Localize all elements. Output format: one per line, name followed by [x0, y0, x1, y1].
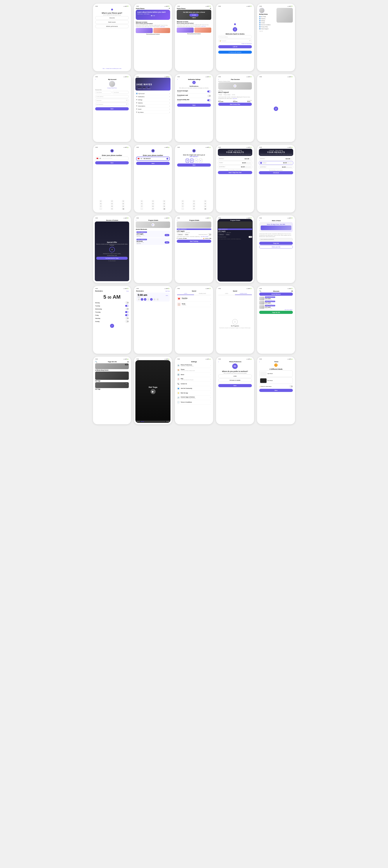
day-toggle[interactable] [125, 311, 129, 313]
video-item[interactable]: AERIAL WORKOUTS Lift it again Beginner ·… [259, 297, 293, 300]
save-button[interactable]: Save [259, 389, 293, 392]
save-button[interactable]: Save [218, 384, 252, 387]
plan-option[interactable]: YEARLY $4.00 billed yearly [218, 161, 252, 164]
settings-item[interactable]: 🔗 Connect Apps & Devices Connect your fi… [177, 396, 211, 400]
key-6[interactable]: 6 [122, 203, 124, 205]
share-button[interactable]: Share [225, 234, 230, 236]
checkout-button[interactable]: Checkout [259, 171, 293, 174]
key-3[interactable]: 3 [204, 200, 207, 202]
key-1[interactable]: 1 [181, 200, 184, 202]
key-1[interactable]: 1 [99, 200, 102, 202]
key-4[interactable]: 4 [99, 203, 102, 205]
option-shred[interactable]: Shred fat [95, 16, 129, 20]
plan-option[interactable]: ✓ YEARLY $4.00 billed yearly [259, 161, 293, 165]
play-button[interactable]: Play [165, 241, 170, 244]
key-3[interactable]: 3 [163, 200, 166, 202]
settings-item[interactable]: ⚙️ Fitness Preferences Choose your categ… [177, 363, 211, 368]
save-button[interactable]: Save [177, 103, 211, 107]
eye-icon[interactable]: 👁 [126, 103, 127, 105]
clear-button[interactable]: Clear [126, 290, 129, 292]
tab-downloads[interactable]: DOWNLOADS [235, 292, 252, 295]
video-list-item[interactable]: 09:07 Hot Yoga [95, 382, 129, 390]
plan-option[interactable]: QUARTERLY $4.00 billed quarterly [259, 165, 293, 169]
day-chip[interactable]: S [153, 298, 156, 301]
key-8[interactable]: 8 [152, 205, 154, 207]
category-card[interactable]: Aerial Workout [259, 292, 293, 296]
key-backspace[interactable]: ⌫ [122, 208, 124, 210]
add-list-button[interactable]: + Add List [218, 234, 225, 236]
light-mode-card[interactable]: Light Mode [259, 370, 293, 377]
notif-toggle[interactable] [207, 95, 211, 97]
key-6[interactable]: 6 [204, 203, 207, 205]
trial-button[interactable]: Start 7 Day Free Trial [218, 171, 252, 174]
key-dot[interactable]: . [140, 208, 143, 210]
settings-item[interactable]: 📄 Terms & Conditions › [177, 400, 211, 405]
day-toggle[interactable] [125, 320, 129, 322]
menu-item[interactable]: 👤Contact [259, 22, 275, 24]
phone-input-filled[interactable]: 🇹🇷 +90 552 489 8277 ✓ [136, 157, 170, 161]
option-home[interactable]: At home or outside [218, 378, 252, 382]
dark-toggle-switch[interactable] [289, 385, 293, 388]
otp-digit-1[interactable]: 2 [186, 159, 189, 163]
skip-link[interactable]: Skip — I already have an athletic plan i… [95, 68, 129, 69]
play-pause-button[interactable]: ▶ [150, 389, 156, 394]
field-2[interactable]: Re-Password👁 [95, 103, 129, 106]
add-new-button[interactable]: Add New [165, 290, 170, 292]
progress-bar[interactable] [140, 421, 166, 422]
key-3[interactable]: 3 [122, 200, 124, 202]
menu-item[interactable]: 👤Terms & Conditions [259, 24, 275, 26]
key-backspace[interactable]: ⌫ [204, 208, 207, 210]
key-4[interactable]: 4 [140, 203, 143, 205]
plans-link[interactable]: Or view all plans [108, 260, 116, 261]
tab-lists[interactable]: LISTS [177, 292, 194, 295]
key-5[interactable]: 5 [192, 203, 195, 205]
back-nav[interactable] [234, 23, 236, 25]
close-icon[interactable]: ✕ [210, 7, 211, 9]
day-chip[interactable]: T [141, 298, 143, 301]
field-1[interactable]: Password👁 [95, 99, 129, 102]
menu-item[interactable]: 👤Statistics [259, 18, 275, 20]
day-toggle[interactable] [125, 302, 129, 304]
option-muscle[interactable]: Build muscle [95, 21, 129, 24]
first-name-field[interactable]: First Name [95, 91, 112, 94]
menu-notifications[interactable]: ⚙Notifications› [136, 95, 170, 98]
next-button[interactable]: Next [95, 161, 129, 164]
key-1[interactable]: 1 [140, 200, 143, 202]
menu-statistics[interactable]: ⚙Statistics› [136, 101, 170, 104]
key-5[interactable]: 5 [111, 203, 113, 205]
menu-settings[interactable]: ⚙Settings› [136, 98, 170, 101]
facebook-btn[interactable]: f Continue with Facebook [218, 51, 252, 54]
phone-input[interactable]: 🇹🇷 +90 Your Phone Number [95, 157, 129, 160]
add-list-button[interactable]: + Add List [177, 234, 183, 236]
menu-item[interactable]: 👤Settings [259, 20, 275, 22]
next-button[interactable]: Next [136, 162, 170, 165]
key-dot[interactable]: . [181, 208, 184, 210]
key-4[interactable]: 4 [181, 203, 184, 205]
logout[interactable]: Log out [259, 30, 275, 32]
key-9[interactable]: 9 [122, 205, 124, 207]
key-8[interactable]: 8 [111, 205, 113, 207]
share-link-button[interactable]: Share your link [259, 245, 293, 248]
settings-item[interactable]: 👥 Join the Community › [177, 386, 211, 391]
start-plan-button[interactable]: Start Zestra Plan [218, 103, 252, 106]
change-photo[interactable]: Change Profile Photo [95, 87, 129, 89]
login-button[interactable]: LOG IN [218, 45, 252, 48]
key-7[interactable]: 7 [181, 205, 184, 207]
key-backspace[interactable]: ⌫ [163, 208, 166, 210]
settings-item[interactable]: 🎨 Theme Choose your theme, default & dar… [177, 368, 211, 372]
video-list-item[interactable]: Hot Yoga [95, 372, 129, 381]
day-chip[interactable]: W [144, 298, 146, 301]
copy-link-button[interactable]: Copy link [259, 242, 293, 245]
otp-digit-4[interactable]: • [199, 159, 202, 163]
next-button[interactable]: Next [177, 163, 211, 166]
download-switch[interactable] [208, 234, 211, 236]
see-more-link[interactable]: See more videos › [259, 309, 293, 310]
menu-my videos[interactable]: ⚙My Videos› [136, 111, 170, 114]
otp-digit-3[interactable]: • [195, 159, 198, 163]
get60-btn[interactable]: Get $60 [189, 13, 199, 17]
key-9[interactable]: 9 [204, 205, 207, 207]
play-button[interactable]: Play [165, 234, 170, 236]
search-icon[interactable]: 🔍 [259, 290, 261, 292]
key-0[interactable]: 0 [192, 208, 195, 210]
grid-icon[interactable]: ⊞ [127, 361, 129, 363]
